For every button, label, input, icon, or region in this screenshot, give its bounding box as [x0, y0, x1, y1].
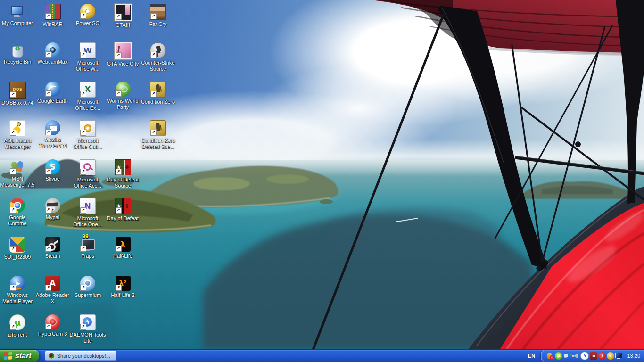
desktop-icon-label: DAEMON ToolsLite [64, 332, 111, 344]
poweriso-icon: ↗ [80, 4, 95, 19]
counter-strike-source-icon: ↗ [150, 42, 166, 58]
desktop-icon-label: Half-Life [99, 253, 147, 259]
tray-icon-display[interactable] [615, 352, 623, 360]
shortcut-arrow-icon: ↗ [80, 91, 86, 97]
msn-messenger-icon: ↗ [10, 159, 25, 174]
half-life-2-icon: λ²↗ [116, 276, 131, 291]
shortcut-arrow-icon: ↗ [80, 207, 86, 214]
desktop-icon-label: Day of DefeatSource [99, 177, 147, 189]
desktop-icon-label: Condition Zero [134, 99, 182, 105]
desktop-icon-ms-word[interactable]: W↗MicrosoftOffice W... [71, 42, 105, 72]
ms-word-icon: W↗ [80, 42, 96, 58]
my-computer-icon [10, 4, 25, 19]
daemon-tools-lite-icon: ϟ↗ [80, 314, 96, 330]
shortcut-arrow-icon: ↗ [45, 51, 51, 58]
aol-instant-messenger-icon: ↗ [9, 120, 25, 136]
desktop-icon-half-life-2[interactable]: λ²↗Half-Life 2 [106, 276, 140, 298]
gtaiii-icon: ↗ [115, 4, 132, 21]
desktop-icon-worms-world-party[interactable]: ↗Worms WorldParty [106, 82, 140, 110]
desktop-icon-condition-zero[interactable]: ↗Condition Zero [141, 82, 175, 105]
webcam-eye-icon [48, 353, 55, 359]
tray-icon-utorrent[interactable]: µ [555, 352, 562, 360]
tray-icon-network[interactable]: » [563, 352, 571, 360]
taskbar-task-share-desktops[interactable]: Share your desktops!... [45, 351, 116, 361]
ms-excel-icon: X↗ [80, 82, 96, 98]
condition-zero-deleted-icon: ↗ [150, 120, 166, 136]
tray-icon-disc[interactable] [607, 352, 614, 360]
desktop-icon-label: Half-Life 2 [99, 292, 147, 298]
shortcut-arrow-icon: ↗ [116, 207, 122, 214]
desktop-icon-counter-strike-source[interactable]: ↗Counter-StrikeSource [141, 42, 175, 72]
sdi-r2309-icon: ↗ [9, 237, 25, 253]
taskbar-empty-area [116, 350, 523, 362]
shortcut-arrow-icon: ↗ [45, 168, 51, 174]
desktop-icon-daemon-tools-lite[interactable]: ϟ↗DAEMON ToolsLite [71, 314, 105, 344]
supermium-icon: ↗ [80, 276, 95, 291]
desktop-icon-label: Condition ZeroDeleted Sce... [134, 138, 182, 150]
desktop-icon-day-of-defeat-source[interactable]: ★↗Day of DefeatSource [106, 159, 140, 189]
desktop-icon-ms-outlook[interactable]: ↗MicrosoftOffice Outl... [71, 120, 105, 150]
task-button-label: Share your desktops!... [57, 353, 110, 359]
tray-icon-scan[interactable]: / [598, 352, 606, 360]
shortcut-arrow-icon: ↗ [80, 13, 86, 19]
skype-icon: S↗ [45, 159, 60, 174]
desktop-icon-label: MicrosoftOffice Outl... [64, 138, 111, 150]
desktop-icon-half-life[interactable]: λ↗Half-Life [106, 237, 140, 259]
tray-icon-recorder[interactable]: n [590, 352, 597, 360]
system-tray: ✕µ»ϟn/ 13:20 [540, 350, 644, 362]
tray-icon-glyph: ✕ [551, 356, 553, 360]
desktop-icon-day-of-defeat[interactable]: ★↗Day of Defeat [106, 198, 140, 222]
tray-icon-glyph: n [592, 354, 595, 358]
shortcut-arrow-icon: ↗ [80, 246, 86, 252]
shortcut-arrow-icon: ↗ [150, 91, 157, 97]
ms-outlook-icon: ↗ [80, 120, 96, 136]
worms-world-party-icon: ↗ [116, 82, 131, 97]
adobe-reader-x-icon: A↗ [45, 276, 60, 291]
shortcut-arrow-icon: ↗ [45, 207, 51, 213]
desktop-icon-condition-zero-deleted[interactable]: ↗Condition ZeroDeleted Sce... [141, 120, 175, 150]
utorrent-icon: µ↗ [9, 314, 25, 330]
shortcut-arrow-icon: ↗ [45, 323, 51, 329]
shortcut-arrow-icon: ↗ [116, 52, 122, 58]
desktop-icon-label: Counter-StrikeSource [134, 60, 182, 72]
desktop-icon-adobe-reader-x[interactable]: A↗Adobe ReaderX [36, 276, 70, 304]
winrar-icon: ↗ [45, 4, 61, 20]
desktop-icon-label: Day of Defeat [99, 215, 147, 222]
desktop-icon-google-chrome[interactable]: ↗GoogleChrome [0, 198, 34, 227]
tray-icon-volume[interactable] [572, 352, 579, 360]
start-button[interactable]: start [0, 350, 39, 362]
tray-clock[interactable]: 13:20 [627, 353, 640, 359]
shortcut-arrow-icon: ↗ [10, 91, 16, 98]
steam-icon: ↗ [45, 237, 60, 252]
tray-icon-strip: ✕µ»ϟn/ [546, 352, 623, 360]
tray-icon-glyph: / [602, 354, 603, 358]
gta-vice-city-icon: ↗ [115, 42, 132, 59]
tray-icon-glyph: µ [557, 354, 561, 358]
ms-onenote-icon: N↗ [80, 198, 96, 214]
shortcut-arrow-icon: ↗ [10, 207, 16, 213]
language-indicator[interactable]: EN [522, 350, 540, 362]
day-of-defeat-icon: ★↗ [115, 198, 131, 214]
windows-media-player-icon: ▶↗ [10, 276, 25, 291]
desktop-icon-ms-onenote[interactable]: N↗MicrosoftOffice One... [71, 198, 105, 228]
desktop-icon-grid: My Computer↗WinRAR↗PowerISO↗GTAIII↗Far C… [0, 0, 644, 362]
fraps-icon: 99↗ [80, 237, 95, 252]
shortcut-arrow-icon: ↗ [150, 52, 157, 58]
desktop-icon-far-cry[interactable]: ↗Far Cry [141, 4, 175, 27]
shortcut-arrow-icon: ↗ [45, 90, 51, 97]
shortcut-arrow-icon: ↗ [10, 246, 16, 252]
far-cry-icon: ↗ [150, 4, 166, 20]
shortcut-arrow-icon: ↗ [80, 130, 86, 136]
shortcut-arrow-icon: ↗ [80, 324, 86, 330]
tray-icon-daemon-tools[interactable]: ϟ [580, 352, 589, 360]
mozilla-thunderbird-icon: ↗ [45, 120, 60, 135]
shortcut-arrow-icon: ↗ [116, 246, 122, 252]
webcammax-icon: ↗ [45, 42, 60, 58]
shortcut-arrow-icon: ↗ [45, 13, 51, 19]
shortcut-arrow-icon: ↗ [80, 169, 86, 175]
desktop[interactable]: My Computer↗WinRAR↗PowerISO↗GTAIII↗Far C… [0, 0, 644, 362]
shortcut-arrow-icon: ↗ [116, 14, 122, 20]
desktop-icon-msn-messenger[interactable]: ↗MSNMessenger 7.5 [0, 159, 34, 188]
tray-icon-messenger-alert[interactable]: ✕ [546, 352, 554, 360]
shortcut-arrow-icon: ↗ [10, 168, 16, 174]
